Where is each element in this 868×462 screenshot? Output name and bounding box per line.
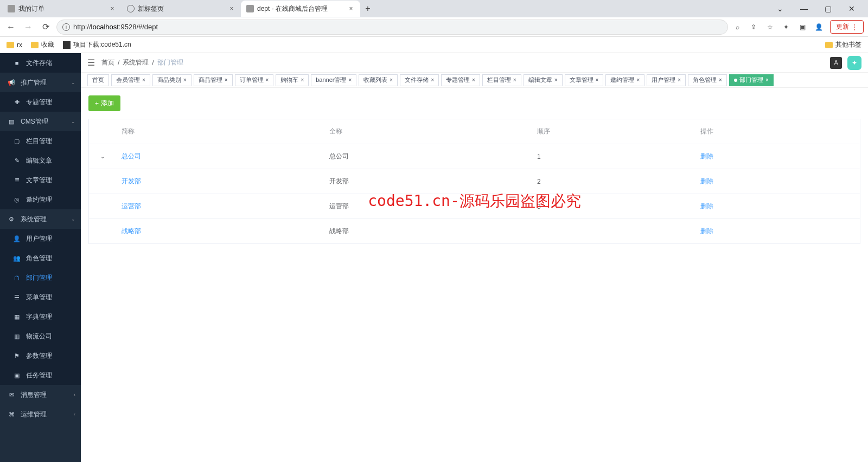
delete-link[interactable]: 删除: [700, 177, 713, 185]
breadcrumb-home[interactable]: 首页: [101, 58, 114, 67]
close-icon[interactable]: ×: [765, 77, 769, 83]
back-icon[interactable]: ←: [4, 21, 17, 34]
tag-收藏列表[interactable]: 收藏列表×: [359, 74, 398, 86]
sidebar-item-物流公司[interactable]: ▥物流公司: [0, 326, 81, 346]
bookmark-item-2[interactable]: 项目下载:code51.cn: [63, 40, 131, 49]
sidebar-item-角色管理[interactable]: 👥角色管理: [0, 248, 81, 268]
close-icon[interactable]: ×: [266, 77, 269, 83]
search-icon[interactable]: ⌕: [732, 22, 742, 32]
tag-邀约管理[interactable]: 邀约管理×: [605, 74, 644, 86]
sidebar-item-消息管理[interactable]: ✉消息管理‹: [0, 385, 81, 405]
tag-banner管理[interactable]: banner管理×: [311, 74, 356, 86]
close-window-icon[interactable]: ✕: [844, 2, 859, 15]
tag-商品管理[interactable]: 商品管理×: [194, 74, 233, 86]
sidebar-item-任务管理[interactable]: ▣任务管理: [0, 365, 81, 385]
close-icon[interactable]: ×: [348, 77, 352, 83]
close-icon[interactable]: ×: [472, 77, 475, 83]
top-bar: ☰ 首页 / 系统管理 / 部门管理 A ✦: [81, 53, 868, 73]
other-bookmarks[interactable]: 其他书签: [825, 40, 861, 49]
expand-toggle[interactable]: ⌄: [89, 144, 116, 169]
tag-栏目管理[interactable]: 栏目管理×: [482, 74, 521, 86]
short-name-link[interactable]: 开发部: [122, 177, 141, 185]
close-icon[interactable]: ×: [719, 77, 722, 83]
close-icon[interactable]: ×: [513, 77, 516, 83]
sidebar-item-用户管理[interactable]: 👤用户管理: [0, 229, 81, 248]
tag-部门管理[interactable]: 部门管理×: [729, 74, 774, 86]
browser-tab-1[interactable]: 新标签页 ×: [122, 1, 241, 17]
tag-角色管理[interactable]: 角色管理×: [688, 74, 727, 86]
short-name-link[interactable]: 战略部: [122, 227, 141, 235]
maximize-icon[interactable]: ▢: [820, 2, 835, 15]
close-icon[interactable]: ×: [431, 77, 434, 83]
close-icon[interactable]: ×: [225, 77, 228, 83]
sidebar-item-系统管理[interactable]: ⚙系统管理⌄: [0, 209, 81, 229]
tag-购物车[interactable]: 购物车×: [276, 74, 309, 86]
delete-link[interactable]: 删除: [700, 202, 713, 210]
tag-文件存储[interactable]: 文件存储×: [400, 74, 439, 86]
update-button[interactable]: 更新 ⋮: [830, 20, 864, 34]
browser-tab-2[interactable]: dept - 在线商城后台管理 ×: [241, 1, 360, 17]
bookmark-item-0[interactable]: rx: [7, 41, 22, 49]
header-order: 顺序: [532, 119, 695, 144]
sidebar-item-专题管理[interactable]: ✚专题管理: [0, 92, 81, 112]
reload-icon[interactable]: ⟳: [39, 21, 52, 34]
sidebar-item-编辑文章[interactable]: ✎编辑文章: [0, 151, 81, 170]
sidebar-item-邀约管理[interactable]: ◎邀约管理: [0, 190, 81, 209]
close-icon[interactable]: ×: [108, 5, 116, 12]
sidebar: ■文件存储📢推广管理⌄✚专题管理▤CMS管理⌄▢栏目管理✎编辑文章≣文章管理◎邀…: [0, 53, 81, 462]
sidebar-item-部门管理[interactable]: ⛫部门管理: [0, 268, 81, 287]
site-icon: [63, 41, 71, 49]
close-icon[interactable]: ×: [636, 77, 640, 83]
sidepanel-icon[interactable]: ▣: [797, 22, 807, 32]
sidebar-item-菜单管理[interactable]: ☰菜单管理: [0, 287, 81, 307]
tag-专题管理[interactable]: 专题管理×: [441, 74, 480, 86]
tag-编辑文章[interactable]: 编辑文章×: [524, 74, 563, 86]
delete-link[interactable]: 删除: [700, 227, 713, 235]
close-icon[interactable]: ×: [390, 77, 393, 83]
avatar[interactable]: ✦: [847, 56, 861, 70]
profile-icon[interactable]: 👤: [814, 22, 824, 32]
minimize-icon[interactable]: —: [796, 2, 812, 15]
close-icon[interactable]: ×: [554, 77, 558, 83]
sidebar-item-参数管理[interactable]: ⚑参数管理: [0, 346, 81, 365]
new-tab-button[interactable]: +: [360, 1, 375, 16]
close-icon[interactable]: ×: [183, 77, 187, 83]
sidebar-item-字典管理[interactable]: ▦字典管理: [0, 307, 81, 326]
sidebar-item-文件存储[interactable]: ■文件存储: [0, 53, 81, 73]
sidebar-item-CMS管理[interactable]: ▤CMS管理⌄: [0, 112, 81, 131]
add-button[interactable]: + 添加: [88, 95, 120, 111]
language-icon[interactable]: A: [830, 57, 842, 69]
breadcrumb-mid[interactable]: 系统管理: [123, 58, 149, 67]
delete-link[interactable]: 删除: [700, 152, 713, 160]
close-icon[interactable]: ×: [142, 77, 145, 83]
sidebar-item-栏目管理[interactable]: ▢栏目管理: [0, 131, 81, 151]
forward-icon[interactable]: →: [22, 21, 35, 34]
address-bar[interactable]: i http://localhost:9528/#/dept: [56, 20, 728, 35]
star-icon[interactable]: ☆: [765, 22, 775, 32]
tag-首页[interactable]: 首页: [87, 74, 109, 86]
close-icon[interactable]: ×: [678, 77, 681, 83]
bookmark-item-1[interactable]: 收藏: [31, 40, 54, 49]
close-icon[interactable]: ×: [228, 5, 235, 12]
tag-文章管理[interactable]: 文章管理×: [565, 74, 604, 86]
close-icon[interactable]: ×: [301, 77, 304, 83]
tag-商品类别[interactable]: 商品类别×: [152, 74, 192, 86]
share-icon[interactable]: ⇪: [749, 22, 758, 32]
hamburger-icon[interactable]: ☰: [87, 57, 95, 68]
chevron-down-icon[interactable]: ⌄: [773, 2, 788, 15]
sidebar-item-label: 消息管理: [21, 390, 47, 400]
close-icon[interactable]: ×: [347, 5, 355, 12]
tag-订单管理[interactable]: 订单管理×: [235, 74, 274, 86]
info-icon[interactable]: i: [62, 23, 70, 31]
tag-用户管理[interactable]: 用户管理×: [647, 74, 686, 86]
browser-tab-0[interactable]: 我的订单 ×: [2, 1, 122, 17]
sidebar-item-运维管理[interactable]: ⌘运维管理‹: [0, 405, 81, 424]
tag-label: 文件存储: [405, 76, 429, 84]
close-icon[interactable]: ×: [596, 77, 599, 83]
extensions-icon[interactable]: ✦: [781, 22, 791, 32]
short-name-link[interactable]: 运营部: [122, 202, 141, 210]
tag-会员管理[interactable]: 会员管理×: [111, 74, 150, 86]
short-name-link[interactable]: 总公司: [122, 152, 141, 160]
sidebar-item-文章管理[interactable]: ≣文章管理: [0, 170, 81, 190]
sidebar-item-推广管理[interactable]: 📢推广管理⌄: [0, 73, 81, 92]
